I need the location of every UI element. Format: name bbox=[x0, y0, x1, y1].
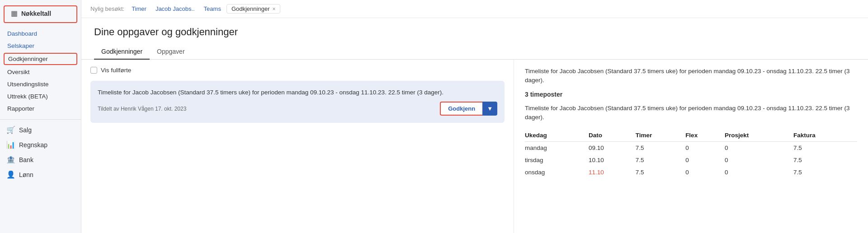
sidebar-logo[interactable]: ▦ Nøkkeltall bbox=[4, 5, 77, 23]
page-header: Dine oppgaver og godkjenninger bbox=[81, 18, 868, 44]
cell-dato-0: 09.10 bbox=[589, 142, 636, 154]
sidebar-group-bank[interactable]: 🏦 Bank bbox=[0, 152, 81, 167]
sidebar-item-selskaper[interactable]: Selskaper bbox=[0, 40, 81, 52]
grid-icon: ▦ bbox=[11, 9, 18, 18]
cell-ukedag-2: onsdag bbox=[525, 166, 589, 178]
table-row: tirsdag 10.10 7.5 0 0 7.5 bbox=[525, 154, 857, 166]
sidebar-group-salg-label: Salg bbox=[19, 126, 32, 134]
godkjenn-button[interactable]: Godkjenn bbox=[440, 102, 482, 116]
sidebar-group-bank-label: Bank bbox=[19, 156, 33, 163]
breadcrumb-close-icon[interactable]: × bbox=[272, 6, 275, 12]
approval-card-text: Timeliste for Jacob Jacobsen (Standard 3… bbox=[98, 88, 497, 97]
col-prosjekt: Prosjekt bbox=[725, 129, 793, 142]
right-panel: Timeliste for Jacob Jacobsen (Standard 3… bbox=[514, 60, 868, 233]
tab-godkjenninger[interactable]: Godkjenninger bbox=[94, 44, 150, 60]
cell-flex-1: 0 bbox=[685, 154, 725, 166]
cell-flex-0: 0 bbox=[685, 142, 725, 154]
sidebar-group-salg[interactable]: 🛒 Salg bbox=[0, 122, 81, 137]
sidebar-group-regnskap-label: Regnskap bbox=[19, 141, 47, 149]
approval-assigned-text: Tildelt av Henrik Vågen bbox=[98, 106, 154, 112]
approval-card: Timeliste for Jacob Jacobsen (Standard 3… bbox=[90, 81, 505, 123]
table-header: Ukedag Dato Timer Flex Prosjekt Faktura bbox=[525, 129, 857, 142]
sidebar-divider bbox=[0, 119, 81, 120]
show-completed-row: Vis fullførte bbox=[90, 67, 505, 74]
cell-dato-1: 10.10 bbox=[589, 154, 636, 166]
left-panel: Vis fullførte Timeliste for Jacob Jacobs… bbox=[81, 60, 514, 233]
bank-icon: 🏦 bbox=[6, 155, 15, 164]
show-completed-checkbox[interactable] bbox=[90, 67, 97, 74]
sidebar-group-regnskap[interactable]: 📊 Regnskap bbox=[0, 137, 81, 152]
tabs: Godkjenninger Oppgaver bbox=[81, 44, 868, 60]
cell-ukedag-1: tirsdag bbox=[525, 154, 589, 166]
approval-card-footer: Tildelt av Henrik Vågen 17. okt. 2023 Go… bbox=[98, 102, 497, 116]
approval-assigned: Tildelt av Henrik Vågen 17. okt. 2023 bbox=[98, 106, 186, 112]
cart-icon: 🛒 bbox=[6, 126, 15, 134]
cell-prosjekt-0: 0 bbox=[725, 142, 793, 154]
table-header-row: Ukedag Dato Timer Flex Prosjekt Faktura bbox=[525, 129, 857, 142]
right-count: 3 timeposter bbox=[525, 90, 857, 99]
cell-ukedag-0: mandag bbox=[525, 142, 589, 154]
col-timer: Timer bbox=[636, 129, 686, 142]
breadcrumb-teams[interactable]: Teams bbox=[200, 5, 225, 13]
tab-oppgaver[interactable]: Oppgaver bbox=[150, 44, 192, 60]
col-faktura: Faktura bbox=[793, 129, 857, 142]
sidebar-item-rapporter[interactable]: Rapporter bbox=[0, 103, 81, 115]
cell-faktura-2: 7.5 bbox=[793, 166, 857, 178]
sidebar-group-lonn-label: Lønn bbox=[19, 171, 33, 178]
regnskap-icon: 📊 bbox=[6, 140, 15, 149]
page-content: Dine oppgaver og godkjenninger Godkjenni… bbox=[81, 18, 868, 233]
breadcrumb-label: Nylig besøkt: bbox=[90, 5, 124, 12]
sidebar-item-dashboard[interactable]: Dashboard bbox=[0, 28, 81, 40]
breadcrumb-active: Godkjenninger × bbox=[226, 4, 281, 14]
cell-prosjekt-2: 0 bbox=[725, 166, 793, 178]
sidebar-nav: Dashboard Selskaper Godkjenninger Oversi… bbox=[0, 28, 81, 115]
sidebar-item-godkjenninger[interactable]: Godkjenninger bbox=[4, 53, 77, 65]
sidebar-item-uttrekk[interactable]: Uttrekk (BETA) bbox=[0, 90, 81, 103]
cell-faktura-0: 7.5 bbox=[793, 142, 857, 154]
cell-prosjekt-1: 0 bbox=[725, 154, 793, 166]
breadcrumb: Nylig besøkt: Timer Jacob Jacobs.. Teams… bbox=[81, 0, 868, 18]
page-title: Dine oppgaver og godkjenninger bbox=[94, 26, 855, 38]
breadcrumb-active-text: Godkjenninger bbox=[231, 5, 270, 12]
table-row: onsdag 11.10 7.5 0 0 7.5 bbox=[525, 166, 857, 178]
cell-timer-0: 7.5 bbox=[636, 142, 686, 154]
cell-timer-1: 7.5 bbox=[636, 154, 686, 166]
table-row: mandag 09.10 7.5 0 0 7.5 bbox=[525, 142, 857, 154]
approval-table: Ukedag Dato Timer Flex Prosjekt Faktura … bbox=[525, 129, 857, 178]
sidebar-logo-text: Nøkkeltall bbox=[21, 10, 51, 17]
main-content: Nylig besøkt: Timer Jacob Jacobs.. Teams… bbox=[81, 0, 868, 233]
col-flex: Flex bbox=[685, 129, 725, 142]
godkjenn-dropdown-button[interactable]: ▼ bbox=[482, 102, 497, 116]
cell-dato-2: 11.10 bbox=[589, 166, 636, 178]
approval-btn-group: Godkjenn ▼ bbox=[440, 102, 497, 116]
sidebar-group-lonn[interactable]: 👤 Lønn bbox=[0, 167, 81, 182]
cell-timer-2: 7.5 bbox=[636, 166, 686, 178]
col-dato: Dato bbox=[589, 129, 636, 142]
sidebar-item-oversikt[interactable]: Oversikt bbox=[0, 66, 81, 78]
right-sub-description: Timeliste for Jacob Jacobsen (Standard 3… bbox=[525, 104, 857, 122]
cell-flex-2: 0 bbox=[685, 166, 725, 178]
col-ukedag: Ukedag bbox=[525, 129, 589, 142]
show-completed-label: Vis fullførte bbox=[101, 67, 131, 74]
right-description: Timeliste for Jacob Jacobsen (Standard 3… bbox=[525, 67, 857, 85]
sidebar-item-utsendingsliste[interactable]: Utsendingsliste bbox=[0, 78, 81, 90]
breadcrumb-jacob[interactable]: Jacob Jacobs.. bbox=[152, 5, 198, 13]
sidebar: ▦ Nøkkeltall Dashboard Selskaper Godkjen… bbox=[0, 0, 81, 233]
two-column-layout: Vis fullførte Timeliste for Jacob Jacobs… bbox=[81, 60, 868, 233]
table-body: mandag 09.10 7.5 0 0 7.5 tirsdag 10.10 7… bbox=[525, 142, 857, 179]
breadcrumb-timer[interactable]: Timer bbox=[128, 5, 150, 13]
cell-faktura-1: 7.5 bbox=[793, 154, 857, 166]
person-icon: 👤 bbox=[6, 170, 15, 179]
approval-assigned-date: 17. okt. 2023 bbox=[155, 106, 186, 112]
